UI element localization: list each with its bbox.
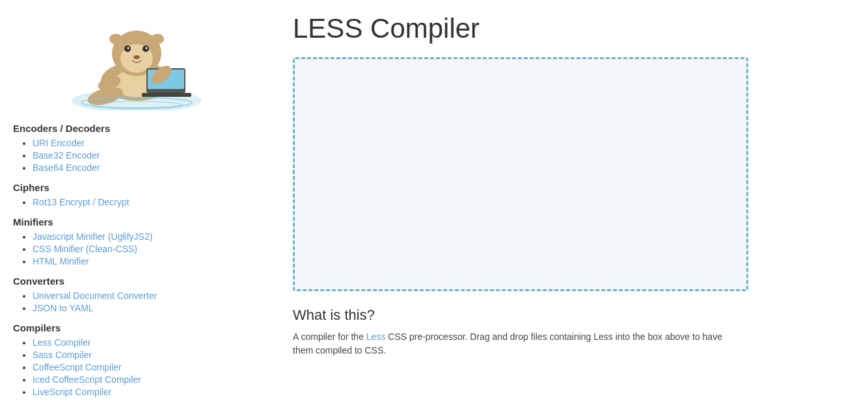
list-item: CoffeeScript Compiler	[33, 362, 260, 372]
list-item: JSON to YAML	[33, 303, 260, 313]
iced-coffeescript-link[interactable]: Iced CoffeeScript Compiler	[33, 374, 141, 385]
svg-rect-14	[142, 93, 191, 97]
list-item: Base32 Encoder	[33, 150, 260, 161]
svg-point-5	[109, 34, 122, 44]
list-item: Iced CoffeeScript Compiler	[33, 374, 260, 385]
list-item: Universal Document Converter	[33, 291, 260, 301]
otter-illustration	[65, 6, 208, 110]
nav-list-minifiers: Javascript Minifier (UglifyJS2) CSS Mini…	[13, 231, 260, 266]
json-yaml-link[interactable]: JSON to YAML	[33, 303, 94, 313]
svg-point-10	[146, 47, 148, 49]
nav-list-encoders: URI Encoder Base32 Encoder Base64 Encode…	[13, 138, 260, 173]
nav-compilers: Compilers Less Compiler Sass Compiler Co…	[13, 322, 260, 397]
svg-point-11	[133, 55, 140, 59]
nav-list-compilers: Less Compiler Sass Compiler CoffeeScript…	[13, 337, 260, 397]
nav-converters: Converters Universal Document Converter …	[13, 276, 260, 313]
list-item: URI Encoder	[33, 138, 260, 148]
list-item: Sass Compiler	[33, 350, 260, 360]
nav-list-converters: Universal Document Converter JSON to YAM…	[13, 291, 260, 313]
logo-area	[13, 6, 260, 112]
section-title-converters: Converters	[13, 276, 260, 287]
livescript-link[interactable]: LiveScript Compiler	[33, 387, 111, 397]
what-section-heading: What is this?	[293, 307, 848, 324]
what-section: What is this? A compiler for the Less CS…	[293, 307, 848, 357]
sidebar: Encoders / Decoders URI Encoder Base32 E…	[0, 0, 273, 414]
nav-list-ciphers: Rot13 Encrypt / Decrypt	[13, 197, 260, 207]
js-minifier-link[interactable]: Javascript Minifier (UglifyJS2)	[33, 231, 152, 242]
nav-ciphers: Ciphers Rot13 Encrypt / Decrypt	[13, 182, 260, 207]
rot13-link[interactable]: Rot13 Encrypt / Decrypt	[33, 197, 129, 207]
list-item: Less Compiler	[33, 337, 260, 348]
page-title: LESS Compiler	[293, 13, 848, 44]
list-item: CSS Minifier (Clean-CSS)	[33, 244, 260, 254]
file-drop-zone[interactable]	[293, 57, 748, 291]
list-item: LiveScript Compiler	[33, 387, 260, 397]
html-minifier-link[interactable]: HTML Minifier	[33, 256, 89, 266]
list-item: Javascript Minifier (UglifyJS2)	[33, 231, 260, 242]
base32-encoder-link[interactable]: Base32 Encoder	[33, 150, 100, 161]
nav-encoders-decoders: Encoders / Decoders URI Encoder Base32 E…	[13, 123, 260, 173]
section-title-ciphers: Ciphers	[13, 182, 260, 193]
nav-minifiers: Minifiers Javascript Minifier (UglifyJS2…	[13, 216, 260, 266]
section-title-encoders: Encoders / Decoders	[13, 123, 260, 134]
less-link[interactable]: Less	[366, 331, 386, 342]
desc-part1: A compiler for the	[293, 331, 366, 342]
uri-encoder-link[interactable]: URI Encoder	[33, 138, 85, 148]
base64-encoder-link[interactable]: Base64 Encoder	[33, 162, 100, 173]
what-section-description: A compiler for the Less CSS pre-processo…	[293, 330, 735, 357]
less-compiler-link[interactable]: Less Compiler	[33, 337, 90, 348]
main-content: LESS Compiler What is this? A compiler f…	[273, 0, 868, 414]
list-item: Rot13 Encrypt / Decrypt	[33, 197, 260, 207]
list-item: HTML Minifier	[33, 256, 260, 266]
doc-converter-link[interactable]: Universal Document Converter	[33, 291, 157, 301]
section-title-compilers: Compilers	[13, 322, 260, 333]
section-title-minifiers: Minifiers	[13, 216, 260, 227]
css-minifier-link[interactable]: CSS Minifier (Clean-CSS)	[33, 244, 137, 254]
sass-compiler-link[interactable]: Sass Compiler	[33, 350, 92, 360]
svg-point-8	[128, 47, 129, 49]
list-item: Base64 Encoder	[33, 162, 260, 173]
coffeescript-compiler-link[interactable]: CoffeeScript Compiler	[33, 362, 122, 372]
svg-point-6	[151, 34, 164, 44]
